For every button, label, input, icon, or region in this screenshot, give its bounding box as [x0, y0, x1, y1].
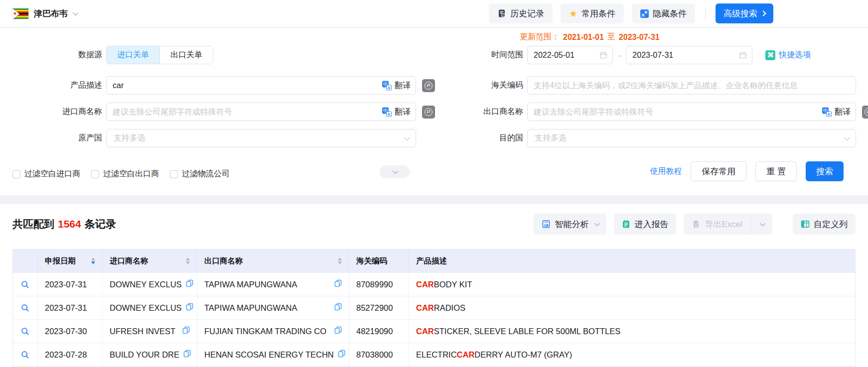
sort-control[interactable]	[86, 257, 95, 264]
advanced-search-button[interactable]: 高级搜索	[716, 3, 773, 23]
row-detail-button[interactable]	[13, 273, 38, 296]
copy-icon	[182, 326, 190, 334]
collapse-icon	[640, 9, 649, 18]
importer-label: 进口商名称	[0, 107, 102, 117]
translate-button[interactable]: 中A 翻译	[822, 107, 851, 117]
copy-button[interactable]	[182, 279, 193, 289]
calendar-icon	[599, 51, 607, 59]
origin-select[interactable]: 支持多选	[106, 129, 416, 147]
copy-button[interactable]	[179, 350, 191, 360]
filter-logistics-checkbox[interactable]: 过滤物流公司	[170, 169, 230, 179]
copy-button[interactable]	[334, 350, 345, 360]
importer-name: UFRESH INVEST	[110, 327, 175, 336]
chevron-down-icon	[594, 221, 600, 226]
filter-blank-importer-checkbox[interactable]: 过滤空白进口商	[12, 169, 80, 179]
translate-button[interactable]: 中A 翻译	[382, 80, 411, 91]
checkbox-icon	[91, 170, 99, 178]
cell-hs-code: 85272900	[349, 296, 409, 319]
checkbox-icon	[170, 170, 178, 178]
copy-button[interactable]	[182, 303, 193, 313]
hs-code-label: 海关编码	[438, 80, 523, 91]
favorites-button[interactable]: ★ 常用条件	[561, 3, 624, 23]
enter-report-button[interactable]: 进入报告	[614, 214, 676, 235]
date-to-input[interactable]: 2023-07-31	[626, 46, 752, 64]
zimbabwe-flag-icon: ★	[12, 8, 29, 19]
header-label: 进口商名称	[110, 256, 148, 266]
svg-text:BI: BI	[545, 224, 547, 227]
export-excel-button[interactable]: 导出Excel	[684, 214, 750, 235]
destination-select[interactable]: 支持多选	[527, 129, 856, 147]
copy-icon	[334, 279, 342, 287]
star-icon: ★	[569, 9, 578, 18]
date-from-input[interactable]: 2022-05-01	[527, 46, 613, 64]
exporter-input[interactable]	[527, 103, 856, 121]
magnifier-icon	[21, 327, 29, 336]
customize-columns-label: 自定义列	[814, 219, 848, 230]
smart-analysis-button[interactable]: BI 智能分析	[534, 214, 606, 235]
header-label: 出口商名称	[204, 256, 243, 266]
match-mode-button[interactable]: ⇄	[862, 106, 868, 119]
tab-import-declarations[interactable]: 进口关单	[107, 46, 159, 64]
match-mode-button[interactable]: ⇄	[422, 106, 435, 119]
history-button[interactable]: 历史记录	[489, 3, 553, 23]
match-count: 共匹配到 1564 条记录	[12, 217, 116, 231]
cell-importer: DOWNEY EXCLUS	[103, 273, 197, 296]
country-selector[interactable]: ★ 津巴布韦	[0, 8, 77, 19]
desc-keyword-highlight: CAR	[416, 280, 434, 289]
customize-columns-button[interactable]: 自定义列	[793, 214, 856, 235]
filter-blank-exporter-checkbox[interactable]: 过滤空白出口商	[91, 169, 159, 179]
importer-input[interactable]	[106, 103, 416, 121]
exporter-name: FUJIAN TINGKAM TRADING CO	[204, 327, 326, 336]
copy-button[interactable]	[330, 279, 342, 289]
row-detail-button[interactable]	[13, 296, 38, 319]
filter-checkboxes: 过滤空白进口商 过滤空白出口商 过滤物流公司	[12, 169, 230, 179]
bi-chart-icon: BI	[542, 220, 551, 229]
header-cell-exporter: 出口商名称	[197, 249, 349, 272]
collapse-form-button[interactable]	[380, 165, 410, 178]
exporter-name: HENAN SCOSAI ENERGY TECHN	[204, 350, 334, 360]
hs-code-input[interactable]	[527, 76, 856, 95]
reset-button[interactable]: 重 置	[755, 161, 797, 181]
chevron-down-icon	[844, 134, 851, 141]
hide-conditions-button[interactable]: 隐藏条件	[632, 3, 695, 23]
row-detail-button[interactable]	[13, 320, 38, 343]
translate-button[interactable]: 中A 翻译	[382, 107, 411, 117]
desc-text: BODY KIT	[434, 280, 472, 289]
cell-importer: UFRESH INVEST	[103, 320, 197, 343]
quick-options-link[interactable]: ⌘ 快捷选项	[765, 50, 811, 60]
export-options-button[interactable]	[750, 214, 772, 235]
desc-text: RADIOS	[434, 303, 465, 313]
tab-export-declarations[interactable]: 出口关单	[159, 46, 213, 64]
chevron-down-icon	[404, 134, 411, 141]
tutorial-link[interactable]: 使用教程	[650, 166, 682, 177]
cell-exporter: HENAN SCOSAI ENERGY TECHN	[197, 343, 349, 366]
copy-button[interactable]	[330, 326, 342, 336]
search-button[interactable]: 搜索	[806, 161, 844, 181]
desc-text: DERRY AUTO-M7 (GRAY)	[474, 350, 572, 360]
sort-control[interactable]	[333, 257, 342, 264]
product-desc-input[interactable]	[106, 76, 416, 95]
copy-button[interactable]	[178, 326, 190, 336]
topbar-actions: 历史记录 ★ 常用条件 隐藏条件 高级搜索	[489, 3, 773, 23]
translate-icon: 中A	[382, 107, 392, 117]
export-excel-label: 导出Excel	[705, 219, 742, 230]
sort-control[interactable]	[181, 257, 190, 264]
desc-keyword-highlight: CAR	[457, 350, 475, 360]
swap-icon: ⇄	[425, 82, 433, 90]
search-form: 更新范围：2021-01-01至2023-07-31 数据源 进口关单 出口关单…	[0, 28, 868, 195]
cell-date: 2023-07-31	[38, 273, 103, 296]
copy-button[interactable]	[330, 303, 342, 313]
chevron-down-icon	[393, 168, 398, 174]
row-detail-button[interactable]	[13, 343, 38, 366]
table-body: 2023-07-31 DOWNEY EXCLUS TAPIWA MAPUNGWA…	[13, 272, 855, 366]
swap-icon: ⇄	[425, 108, 433, 116]
header-cell-hs-code: 海关编码	[349, 249, 409, 272]
origin-placeholder: 支持多选	[114, 133, 404, 143]
divider	[705, 7, 706, 20]
table-row: 2023-07-31 DOWNEY EXCLUS TAPIWA MAPUNGWA…	[13, 296, 855, 319]
quick-options-label: 快捷选项	[779, 50, 811, 60]
match-mode-button[interactable]: ⇄	[422, 79, 435, 92]
save-common-button[interactable]: 保存常用	[691, 161, 746, 181]
data-source-label: 数据源	[0, 50, 102, 60]
favorites-label: 常用条件	[581, 8, 615, 19]
